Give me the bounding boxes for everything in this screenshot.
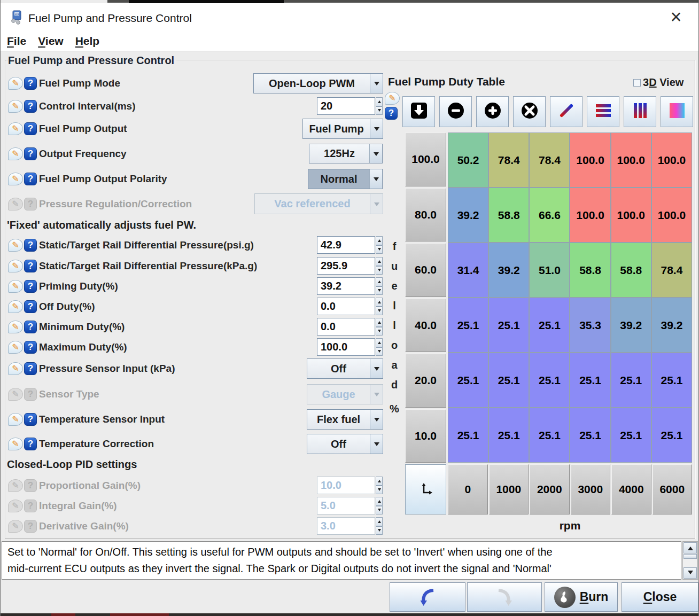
edit-note-icon[interactable]: ✎ <box>8 280 23 293</box>
edit-note-icon[interactable]: ✎ <box>8 173 23 185</box>
scroll-down-icon[interactable] <box>684 567 697 579</box>
combo-pressure-sensor-input-kpa[interactable]: Off <box>307 358 383 379</box>
duty-cell-r0-c5[interactable]: 100.0 <box>652 133 692 187</box>
spin-down-icon[interactable] <box>376 307 383 316</box>
edit-note-icon[interactable]: ✎ <box>8 77 23 90</box>
combo-fuel-pump-output[interactable]: Fuel Pump <box>302 119 383 139</box>
duty-cell-r0-c2[interactable]: 78.4 <box>530 133 569 187</box>
duty-cell-r5-c3[interactable]: 25.1 <box>570 408 610 462</box>
duty-cell-r2-c5[interactable]: 78.4 <box>652 243 692 297</box>
chevron-down-icon[interactable] <box>369 144 382 163</box>
duty-cell-r3-c0[interactable]: 25.1 <box>448 298 488 352</box>
x-axis-cell-4[interactable]: 4000 <box>611 464 651 514</box>
y-axis-cell-3[interactable]: 40.0 <box>405 299 446 353</box>
duty-cell-r4-c5[interactable]: 25.1 <box>652 353 692 407</box>
checkbox-box[interactable] <box>633 79 641 87</box>
chevron-down-icon[interactable] <box>370 434 383 454</box>
toolbar-button-increment[interactable] <box>476 96 509 127</box>
help-icon[interactable]: ? <box>24 260 37 272</box>
spinner-value-field[interactable]: 295.9 <box>317 257 375 275</box>
y-axis-cell-0[interactable]: 100.0 <box>405 132 446 186</box>
combo-temperature-sensor-input[interactable]: Flex fuel <box>307 409 383 430</box>
duty-cell-r0-c1[interactable]: 78.4 <box>489 133 529 187</box>
spinner-value-field[interactable]: 20 <box>317 97 375 115</box>
toolbar-button-interpolate-columns[interactable] <box>624 96 656 127</box>
spinner-value-field[interactable]: 0.0 <box>317 318 375 336</box>
duty-cell-r3-c4[interactable]: 39.2 <box>611 298 651 352</box>
edit-note-icon[interactable]: ✎ <box>8 438 23 450</box>
help-icon[interactable]: ? <box>24 341 37 354</box>
spin-up-icon[interactable] <box>376 97 383 106</box>
chevron-down-icon[interactable] <box>370 359 383 378</box>
help-icon[interactable]: ? <box>385 107 398 120</box>
edit-note-icon[interactable]: ✎ <box>8 100 23 113</box>
duty-cell-r1-c1[interactable]: 58.8 <box>489 188 529 242</box>
chevron-down-icon[interactable] <box>370 74 383 93</box>
spin-down-icon[interactable] <box>376 327 383 336</box>
close-window-icon[interactable]: × <box>665 6 687 28</box>
combo-temperature-correction[interactable]: Off <box>307 434 383 454</box>
x-axis-cell-1[interactable]: 1000 <box>489 464 529 514</box>
help-icon[interactable]: ? <box>24 173 37 185</box>
menu-item-help[interactable]: Help <box>75 35 100 48</box>
duty-cell-r5-c4[interactable]: 25.1 <box>611 408 651 462</box>
edit-note-icon[interactable]: ✎ <box>8 341 23 354</box>
help-icon[interactable]: ? <box>24 239 37 252</box>
duty-cell-r3-c1[interactable]: 25.1 <box>489 298 529 352</box>
duty-cell-r4-c2[interactable]: 25.1 <box>530 353 569 407</box>
combo-output-frequency[interactable]: 125Hz <box>309 144 383 163</box>
duty-cell-r2-c3[interactable]: 58.8 <box>570 243 610 297</box>
duty-cell-r5-c0[interactable]: 25.1 <box>448 408 488 462</box>
edit-note-icon[interactable]: ✎ <box>8 300 23 313</box>
duty-cell-r1-c3[interactable]: 100.0 <box>570 188 610 242</box>
duty-cell-r1-c5[interactable]: 100.0 <box>652 188 692 242</box>
edit-note-icon[interactable]: ✎ <box>8 413 23 426</box>
toolbar-button-scale[interactable] <box>513 96 546 127</box>
duty-cell-r5-c1[interactable]: 25.1 <box>489 408 529 462</box>
edit-note-icon[interactable]: ✎ <box>8 260 23 272</box>
toolbar-button-interpolate-rows[interactable] <box>587 96 619 127</box>
x-axis-cell-5[interactable]: 6000 <box>653 464 693 514</box>
duty-cell-r4-c0[interactable]: 25.1 <box>448 353 488 407</box>
duty-cell-r1-c2[interactable]: 66.6 <box>530 188 569 242</box>
spin-up-icon[interactable] <box>376 298 383 307</box>
y-axis-cell-1[interactable]: 80.0 <box>405 188 446 242</box>
duty-cell-r3-c5[interactable]: 39.2 <box>652 298 692 352</box>
y-axis-cell-5[interactable]: 10.0 <box>405 409 446 463</box>
duty-cell-r0-c0[interactable]: 50.2 <box>448 133 488 187</box>
scrollbar-thumb[interactable] <box>684 554 697 559</box>
spin-up-icon[interactable] <box>376 257 383 266</box>
help-icon[interactable]: ? <box>24 100 37 113</box>
menu-item-file[interactable]: File <box>7 35 26 48</box>
spin-down-icon[interactable] <box>376 286 383 295</box>
chevron-down-icon[interactable] <box>370 119 383 138</box>
menu-item-view[interactable]: View <box>38 35 64 48</box>
duty-cell-r5-c5[interactable]: 25.1 <box>652 408 692 462</box>
combo-fuel-pump-mode[interactable]: Open-Loop PWM <box>253 73 383 93</box>
scroll-up-icon[interactable] <box>684 542 697 553</box>
edit-note-icon[interactable]: ✎ <box>8 362 23 375</box>
toolbar-button-interpolate[interactable] <box>550 96 582 127</box>
spinner-value-field[interactable]: 0.0 <box>317 298 375 315</box>
redo-button[interactable] <box>467 582 542 612</box>
duty-cell-r2-c1[interactable]: 39.2 <box>489 243 529 297</box>
undo-button[interactable] <box>390 582 465 612</box>
spinner-value-field[interactable]: 100.0 <box>317 338 375 356</box>
combo-fuel-pump-output-polarity[interactable]: Normal <box>308 169 383 189</box>
duty-cell-r4-c4[interactable]: 25.1 <box>611 353 651 407</box>
help-icon[interactable]: ? <box>24 77 37 90</box>
help-scrollbar[interactable] <box>682 541 698 580</box>
duty-cell-r3-c3[interactable]: 35.3 <box>570 298 610 352</box>
edit-note-icon[interactable]: ✎ <box>8 239 23 252</box>
duty-cell-r5-c2[interactable]: 25.1 <box>530 408 569 462</box>
spinner-value-field[interactable]: 39.2 <box>317 277 375 295</box>
y-axis-cell-2[interactable]: 60.0 <box>405 243 446 297</box>
help-icon[interactable]: ? <box>24 147 37 160</box>
help-icon[interactable]: ? <box>24 122 37 135</box>
view-3d-checkbox[interactable]: 3D View <box>633 76 684 89</box>
edit-note-icon[interactable]: ✎ <box>8 147 23 160</box>
spin-up-icon[interactable] <box>376 277 383 286</box>
duty-cell-r0-c4[interactable]: 100.0 <box>611 133 651 187</box>
duty-cell-r2-c2[interactable]: 51.0 <box>530 243 569 297</box>
burn-button[interactable]: Burn <box>545 582 618 612</box>
